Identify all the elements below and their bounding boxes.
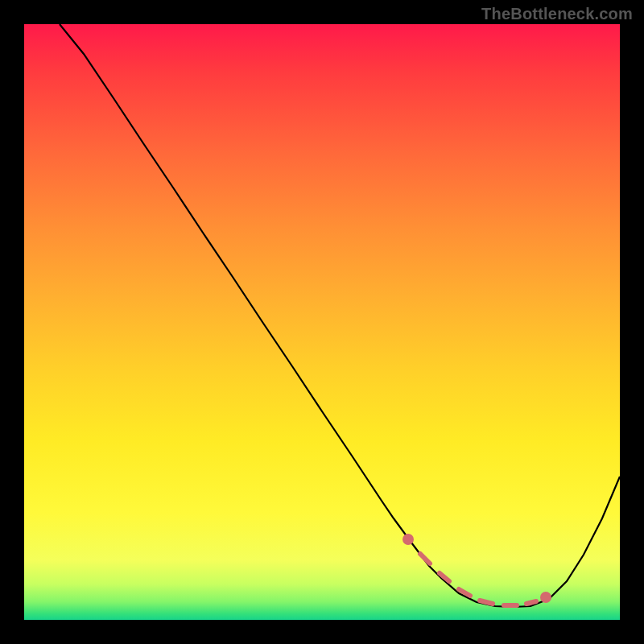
marker-dash-2 [440, 573, 449, 581]
bottleneck-curve-path [60, 24, 620, 607]
marker-end-dot [540, 592, 551, 603]
marker-dash-1 [420, 554, 430, 564]
marker-start-dot [402, 534, 414, 545]
marker-dash-6 [526, 601, 536, 604]
chart-svg [24, 24, 620, 620]
plot-area [24, 24, 620, 620]
watermark-text: TheBottleneck.com [481, 5, 633, 23]
marker-dash-4 [480, 601, 493, 604]
